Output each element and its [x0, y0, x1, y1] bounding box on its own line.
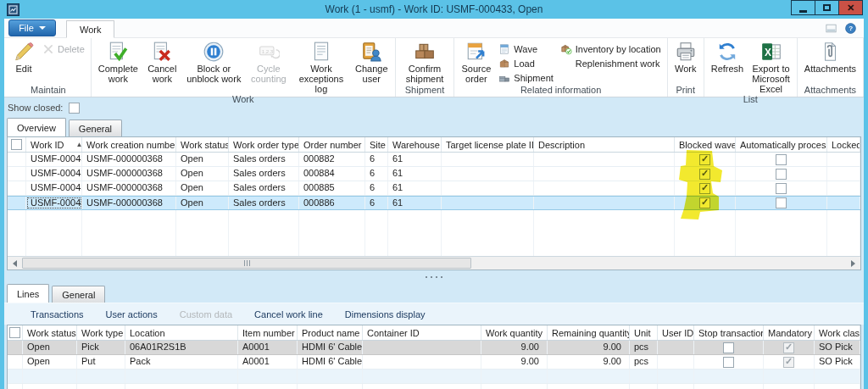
window-title: Work (1 - usmf) - Work ID: USMF-000433, … [0, 3, 868, 15]
tab-work[interactable]: Work [66, 20, 114, 38]
column-header-stop-transaction[interactable]: Stop transaction [694, 325, 764, 340]
automatically-process-checkbox[interactable] [776, 154, 787, 165]
change-user-button[interactable]: Change user [351, 39, 392, 94]
column-header-locked[interactable]: Locked [827, 137, 860, 152]
table-row[interactable]: USMF-000433USMF-000000368OpenSales order… [8, 196, 860, 210]
wave-button[interactable]: Wave [495, 42, 556, 56]
tab-lines-lines[interactable]: Lines [7, 284, 49, 303]
column-header-work-type[interactable]: Work type [77, 325, 125, 340]
mandatory-checkbox [783, 357, 794, 368]
load-icon [498, 58, 510, 69]
column-header-automatically-process[interactable]: Automatically process [736, 137, 827, 152]
cell-stop [694, 341, 764, 354]
table-row[interactable]: USMF-000431USMF-000000368OpenSales order… [8, 167, 860, 181]
column-header-label: Work creation number [86, 140, 176, 150]
column-header-remaining-quantity[interactable]: Remaining quantity [548, 325, 630, 340]
empty-column [176, 210, 229, 256]
column-header-work-class[interactable]: Work class [815, 325, 860, 340]
layout-icon[interactable] [825, 22, 837, 35]
cell-remaining: 9.00 [548, 341, 630, 354]
tab-general[interactable]: General [69, 119, 122, 136]
column-header-work-order-type[interactable]: Work order type [229, 137, 299, 152]
shipment-button[interactable]: Shipment [495, 70, 556, 85]
blocked-wave-checkbox[interactable] [699, 183, 710, 194]
select-all-checkbox[interactable] [11, 139, 22, 150]
column-header-product-name[interactable]: Product name [298, 325, 363, 340]
tab-overview[interactable]: Overview [7, 118, 66, 136]
column-header-location[interactable]: Location [125, 325, 238, 340]
column-header-work-status[interactable]: Work status [176, 137, 229, 152]
minimize-button[interactable] [791, 0, 815, 15]
empty-column [481, 384, 548, 389]
column-header-blocked-wave[interactable]: Blocked wave [675, 137, 736, 152]
column-header-user-id[interactable]: User ID [658, 325, 694, 340]
automatically-process-checkbox[interactable] [776, 197, 787, 208]
refresh-button[interactable]: Refresh [707, 39, 748, 94]
select-all-checkbox[interactable] [9, 327, 20, 338]
column-header-work-id[interactable]: Work ID▲ [26, 137, 82, 152]
cancel-work-line-link[interactable]: Cancel work line [254, 309, 323, 320]
column-header-mandatory[interactable]: Mandatory [764, 325, 815, 340]
block-or-unblock-work-label: Block or unblock work [186, 64, 242, 84]
cell-user [658, 341, 694, 354]
column-header-order-number[interactable]: Order number [299, 137, 365, 152]
column-header-warehouse[interactable]: Warehouse [388, 137, 442, 152]
column-header-description[interactable]: Description [534, 137, 675, 152]
delete-label: Delete [58, 44, 85, 54]
load-button[interactable]: Load [495, 56, 556, 70]
attachments-button[interactable]: Attachments [800, 39, 860, 85]
help-icon[interactable]: ? [844, 22, 857, 35]
column-header-item-number[interactable]: Item number [238, 325, 298, 340]
cancel-work-button[interactable]: Cancel work [142, 39, 182, 94]
empty-column [125, 384, 238, 389]
tab-lines-general[interactable]: General [52, 286, 105, 303]
scrollbar-thumb[interactable] [22, 258, 471, 269]
column-header-select[interactable] [8, 137, 26, 152]
table-row[interactable]: USMF-000432USMF-000000368OpenSales order… [8, 181, 860, 196]
column-header-unit[interactable]: Unit [630, 325, 658, 340]
show-closed-checkbox[interactable] [69, 103, 80, 114]
ribbon-group-attachments: AttachmentsAttachments [798, 38, 864, 97]
scroll-left-button[interactable] [8, 257, 22, 270]
inventory-by-location-button[interactable]: Inventory by location [557, 42, 665, 56]
transactions-link[interactable]: Transactions [31, 309, 84, 320]
ribbon-group-label: Shipment [398, 85, 452, 97]
edit-button[interactable]: Edit [8, 39, 39, 85]
stop-transaction-checkbox[interactable] [723, 357, 734, 368]
stop-transaction-checkbox[interactable] [723, 342, 734, 353]
column-header-select[interactable] [8, 325, 23, 340]
close-button[interactable]: ✕ [838, 0, 863, 15]
column-header-target-license-plate-id[interactable]: Target license plate ID [442, 137, 534, 152]
column-header-work-creation-number[interactable]: Work creation number [82, 137, 176, 152]
column-header-work-quantity[interactable]: Work quantity [481, 325, 548, 340]
complete-work-button[interactable]: Complete work [94, 39, 142, 94]
table-row[interactable]: OpenPutPackA0001HDMI 6' Cables9.009.00pc… [8, 355, 860, 370]
export-to-microsoft-excel-button[interactable]: XExport to Microsoft Excel [748, 39, 794, 94]
blocked-wave-checkbox[interactable] [699, 154, 710, 165]
blocked-wave-checkbox[interactable] [699, 169, 710, 180]
automatically-process-checkbox[interactable] [776, 169, 787, 180]
block-or-unblock-work-button[interactable]: Block or unblock work [182, 39, 246, 94]
refresh-label: Refresh [711, 64, 744, 74]
blocked-wave-checkbox[interactable] [699, 197, 710, 208]
user-actions-link[interactable]: User actions [106, 309, 158, 320]
empty-column [815, 384, 860, 389]
file-menu-button[interactable]: File [8, 19, 56, 36]
column-header-site[interactable]: Site [365, 137, 388, 152]
horizontal-scrollbar[interactable] [8, 256, 860, 270]
automatically-process-checkbox[interactable] [776, 183, 787, 194]
pane-splitter[interactable] [4, 270, 864, 284]
scroll-right-button[interactable] [846, 257, 860, 270]
work-button[interactable]: Work [670, 39, 701, 85]
table-row[interactable]: OpenPick06A01R2S1BA0001HDMI 6' Cables9.0… [8, 341, 860, 355]
column-header-container-id[interactable]: Container ID [363, 325, 481, 340]
table-row[interactable]: USMF-000430USMF-000000368OpenSales order… [8, 153, 860, 167]
maximize-button[interactable] [815, 0, 839, 15]
confirm-shipment-button[interactable]: Confirm shipment [398, 39, 452, 85]
window-content: File Work ? EditDeleteMaintainComplete w… [4, 19, 864, 389]
replenishment-work-button[interactable]: Replenishment work [557, 56, 665, 70]
dimensions-display-link[interactable]: Dimensions display [345, 309, 426, 320]
column-header-work-status[interactable]: Work status [23, 325, 77, 340]
work-exceptions-log-button[interactable]: Work exceptions log [292, 39, 351, 94]
source-order-button[interactable]: Source order [457, 39, 495, 85]
